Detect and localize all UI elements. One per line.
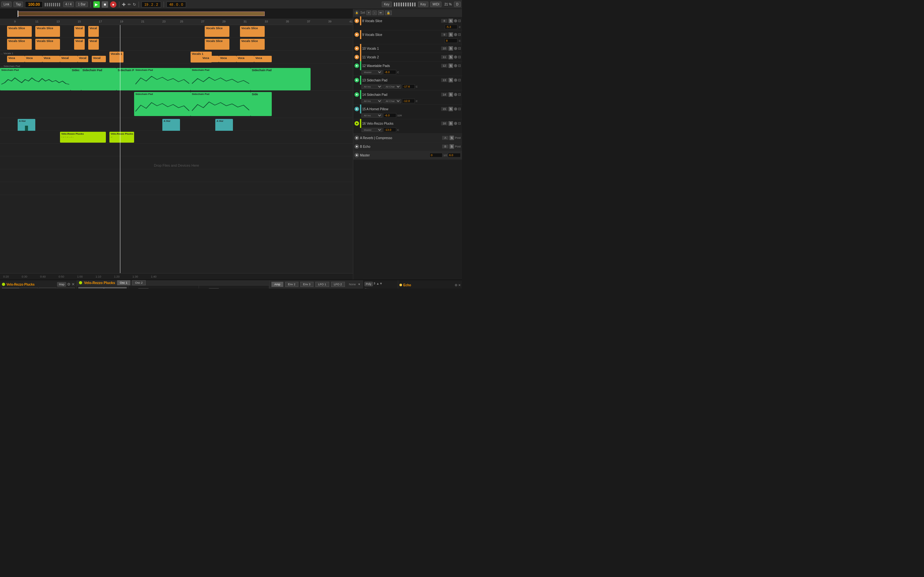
key-label[interactable]: Key bbox=[418, 2, 428, 7]
tracks-area[interactable]: Vocals Slice Vocals Slice Vocal Vocal Vo… bbox=[0, 25, 353, 273]
clip[interactable]: Sidechain Pad bbox=[191, 68, 250, 90]
clip[interactable]: Vocal bbox=[92, 56, 106, 62]
clip[interactable]: Vocal bbox=[88, 39, 99, 50]
clip[interactable]: Sidechain Pad bbox=[134, 92, 191, 116]
osc1-tab[interactable]: Osc 1 bbox=[117, 280, 131, 285]
track-11-play[interactable]: ▶ bbox=[355, 55, 359, 59]
track-16-routing[interactable]: Master bbox=[362, 128, 383, 132]
track-9-r[interactable] bbox=[454, 33, 457, 36]
mixer-add-btn[interactable]: + bbox=[367, 11, 371, 15]
filter1-clean[interactable]: Clean bbox=[138, 288, 149, 288]
return-a-play[interactable]: ▶ bbox=[355, 135, 359, 140]
clip[interactable]: Vocals Slice bbox=[205, 39, 229, 50]
return-a-s[interactable]: S bbox=[449, 135, 454, 140]
clip[interactable]: Voca bbox=[25, 56, 42, 62]
tap-button[interactable]: Tap bbox=[13, 2, 23, 7]
clip[interactable]: Sidechain Pad bbox=[81, 68, 116, 90]
clip[interactable]: Voca bbox=[254, 56, 272, 62]
track-15-routing[interactable]: All Ins bbox=[362, 113, 383, 118]
mixer-pencil-btn[interactable]: ✏ bbox=[378, 11, 384, 15]
track-15-r[interactable] bbox=[454, 107, 457, 111]
timeline-ruler[interactable]: 9 11 13 15 17 19 21 23 25 27 29 31 33 35… bbox=[0, 19, 353, 25]
clip[interactable]: Sidechain Pad bbox=[191, 92, 250, 116]
clip[interactable]: Sidechain Pad bbox=[250, 68, 310, 90]
time-sig-display[interactable]: 4 / 4 bbox=[63, 2, 74, 7]
track-8-r[interactable] bbox=[454, 19, 457, 23]
track-14-ch[interactable]: All Channel bbox=[383, 99, 401, 103]
mixer-lock-btn[interactable]: 🔒 bbox=[355, 11, 359, 15]
d-label[interactable]: D bbox=[454, 2, 461, 7]
clip[interactable]: Vocals Slice bbox=[7, 39, 32, 50]
add-button[interactable]: ✚ bbox=[122, 2, 126, 7]
track-8-s[interactable]: S bbox=[449, 19, 453, 23]
echo-close-icon[interactable]: ✕ bbox=[458, 284, 461, 287]
master-play[interactable]: ▶ bbox=[355, 153, 359, 157]
track-16-r[interactable] bbox=[454, 122, 457, 125]
clip[interactable]: Voca bbox=[201, 56, 219, 62]
env3-tab[interactable]: Env 3 bbox=[300, 282, 313, 287]
clip[interactable]: Side bbox=[250, 92, 272, 116]
clip[interactable]: Vocals Slice bbox=[35, 26, 60, 37]
track-9-play[interactable]: ▶ bbox=[355, 32, 359, 37]
play-button[interactable]: ▶ bbox=[94, 1, 100, 8]
filter2-clean[interactable]: Clean bbox=[208, 288, 220, 288]
clip[interactable]: Velo-Rezzo Plucks .- bbox=[110, 132, 134, 143]
stop-button[interactable]: ■ bbox=[102, 1, 108, 8]
time-display[interactable]: 48 . 0 . 0 bbox=[166, 2, 186, 7]
clip[interactable]: Vocal bbox=[74, 39, 85, 50]
track-12-s[interactable]: S bbox=[449, 63, 453, 68]
record-button[interactable]: ● bbox=[110, 1, 116, 8]
clip[interactable]: Vocals Slice bbox=[240, 26, 265, 37]
map-button[interactable]: Map bbox=[57, 282, 66, 287]
track-15-s[interactable]: S bbox=[449, 107, 453, 111]
sub-tab[interactable]: Sub bbox=[78, 287, 127, 288]
overview-bar[interactable] bbox=[0, 9, 353, 19]
clip[interactable]: Voca bbox=[7, 56, 25, 62]
echo-settings-icon[interactable]: ⚙ bbox=[455, 284, 457, 287]
key-btn[interactable]: Key bbox=[382, 2, 392, 7]
track-10-r[interactable] bbox=[454, 47, 457, 50]
osc2-tab[interactable]: Osc 2 bbox=[132, 280, 145, 285]
clip[interactable]: Vocals 1 bbox=[110, 52, 124, 63]
track-12-play[interactable]: ▶ bbox=[355, 63, 359, 68]
clip[interactable]: Voca bbox=[42, 56, 60, 62]
track-13-r[interactable] bbox=[454, 79, 457, 82]
voices-arrows[interactable]: ▲▼ bbox=[376, 282, 383, 286]
track-15-play[interactable]: ▶ bbox=[355, 107, 359, 111]
clip[interactable]: Vocals Slice bbox=[7, 26, 32, 37]
return-b-play[interactable]: ▶ bbox=[355, 144, 359, 149]
macro-tab-pitch[interactable]: Osc 2 Pitch bbox=[39, 287, 57, 288]
poly-btn[interactable]: Poly bbox=[365, 282, 373, 286]
expand-icon[interactable]: ⚙ bbox=[67, 282, 71, 287]
clip[interactable]: Voca bbox=[236, 56, 254, 62]
lfo1-tab[interactable]: LFO 1 bbox=[315, 282, 329, 287]
track-14-r[interactable] bbox=[454, 93, 457, 96]
track-8-play[interactable]: ▶ bbox=[355, 19, 359, 23]
track-16-s[interactable]: S bbox=[449, 121, 453, 126]
clip[interactable]: Vocal bbox=[60, 56, 78, 62]
track-14-s[interactable]: S bbox=[449, 92, 453, 97]
env2-tab[interactable]: Env 2 bbox=[285, 282, 298, 287]
mixer-lock2-btn[interactable]: 🔒 bbox=[385, 11, 392, 15]
track-16-play[interactable]: ▶ bbox=[355, 121, 359, 126]
track-13-play[interactable]: ▶ bbox=[355, 78, 359, 82]
return-b-s[interactable]: S bbox=[449, 144, 454, 149]
close-macro-icon[interactable]: ✕ bbox=[71, 282, 75, 287]
amp-tab[interactable]: Amp bbox=[271, 282, 283, 287]
clip[interactable]: Voca bbox=[219, 56, 236, 62]
clip[interactable]: Vocals Slice bbox=[240, 39, 265, 50]
macro-tab-echo[interactable]: Echo bbox=[57, 287, 75, 288]
clip[interactable]: Sidechain Pad bbox=[134, 68, 191, 90]
track-11-r[interactable] bbox=[454, 55, 457, 59]
link-button[interactable]: Link bbox=[1, 2, 11, 7]
midi-label[interactable]: MIDI bbox=[430, 2, 441, 7]
track-10-s[interactable]: S bbox=[449, 46, 453, 51]
track-9-s[interactable]: S bbox=[449, 32, 453, 37]
clip[interactable]: Vocal bbox=[74, 26, 85, 37]
track-14-routing[interactable]: All Ins bbox=[362, 99, 383, 103]
mixer-remove-btn[interactable]: - bbox=[373, 11, 376, 15]
clip[interactable]: Vocals Slice bbox=[205, 26, 229, 37]
track-12-r[interactable] bbox=[454, 64, 457, 67]
track-12-routing[interactable]: Master bbox=[362, 70, 383, 74]
position-display[interactable]: 19 . 2 . 2 bbox=[142, 2, 161, 7]
